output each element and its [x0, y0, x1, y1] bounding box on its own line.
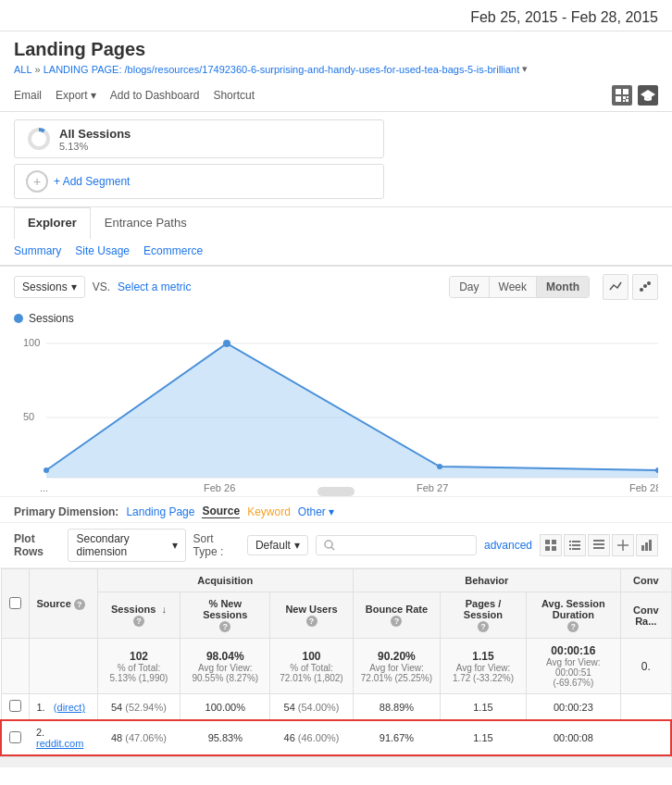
totals-row: 102 % of Total: 5.13% (1,990) 98.04% Avg…	[1, 639, 671, 694]
svg-rect-39	[593, 540, 604, 542]
metric-dropdown[interactable]: Sessions ▾	[14, 276, 85, 298]
page-title: Landing Pages	[14, 39, 658, 60]
all-sessions-segment[interactable]: All Sessions 5.13%	[14, 119, 384, 158]
new-users-help[interactable]: ?	[306, 616, 317, 627]
sort-type-dropdown[interactable]: Default ▾	[247, 535, 308, 555]
svg-rect-3	[623, 96, 626, 99]
search-input[interactable]	[339, 539, 468, 552]
bounce-rate-col-header[interactable]: Bounce Rate ?	[353, 592, 441, 639]
table-controls: Plot Rows Secondary dimension ▾ Sort Typ…	[0, 522, 672, 568]
qr-code-icon[interactable]	[612, 85, 632, 106]
totals-checkbox-cell	[1, 639, 29, 694]
data-table: Source ? Acquisition Behavior Conv Sessi…	[0, 568, 672, 756]
scrollbar[interactable]	[0, 756, 672, 767]
svg-text:Feb 28: Feb 28	[629, 482, 658, 493]
email-button[interactable]: Email	[14, 89, 42, 102]
row2-pages: 1.15	[441, 720, 526, 755]
dim-keyword[interactable]: Keyword	[247, 505, 291, 518]
svg-rect-4	[627, 96, 628, 98]
subtab-site-usage[interactable]: Site Usage	[75, 241, 130, 261]
svg-text:Feb 26: Feb 26	[204, 482, 235, 493]
svg-rect-45	[645, 542, 648, 551]
svg-rect-30	[552, 540, 556, 544]
svg-marker-18	[46, 343, 658, 478]
conv-rate-col-header[interactable]: Conv Ra...	[621, 592, 671, 639]
graduation-cap-icon[interactable]	[638, 85, 658, 106]
tab-explorer[interactable]: Explorer	[14, 207, 91, 239]
row1-conv	[621, 694, 671, 721]
export-button[interactable]: Export ▾	[56, 89, 96, 102]
source-help-icon[interactable]: ?	[74, 599, 85, 610]
svg-rect-41	[593, 547, 604, 549]
pages-session-col-header[interactable]: Pages / Session ?	[441, 592, 526, 639]
compare-view-button[interactable]	[588, 534, 610, 556]
shortcut-button[interactable]: Shortcut	[213, 89, 255, 102]
pages-help[interactable]: ?	[478, 621, 489, 632]
line-chart-button[interactable]	[603, 274, 628, 300]
dim-other[interactable]: Other ▾	[298, 505, 334, 518]
day-button[interactable]: Day	[450, 277, 489, 297]
row2-source-link[interactable]: reddit.com	[36, 738, 83, 749]
totals-source-cell	[29, 639, 97, 694]
row2-avg-session: 00:00:08	[526, 720, 620, 755]
breadcrumb-all[interactable]: ALL	[14, 64, 32, 75]
chart-svg: 100 50 ... Feb 26 Feb 27 Feb 28	[14, 330, 658, 496]
month-button[interactable]: Month	[537, 277, 589, 297]
avg-session-col-header[interactable]: Avg. Session Duration ?	[526, 592, 620, 639]
grid-view-button[interactable]	[540, 534, 562, 556]
breadcrumb-path: LANDING PAGE: /blogs/resources/17492360-…	[44, 64, 520, 75]
svg-rect-32	[552, 546, 556, 551]
list-view-button[interactable]	[564, 534, 586, 556]
metric-label: Sessions	[22, 280, 68, 293]
totals-pages: 1.15 Avg for View: 1.72 (-33.22%)	[441, 639, 526, 694]
tab-entrance-paths[interactable]: Entrance Paths	[91, 207, 201, 237]
pct-new-col-header[interactable]: % New Sessions ?	[180, 592, 270, 639]
breadcrumb-sep: »	[35, 64, 41, 75]
breadcrumb-dropdown-arrow[interactable]: ▾	[522, 63, 528, 75]
add-segment-button[interactable]: + + Add Segment	[14, 164, 384, 199]
dim-source[interactable]: Source	[202, 505, 240, 518]
sessions-legend-label: Sessions	[29, 312, 74, 325]
pivot-view-button[interactable]	[612, 534, 634, 556]
advanced-link[interactable]: advanced	[484, 539, 532, 552]
svg-text:100: 100	[23, 337, 40, 348]
select-metric[interactable]: Select a metric	[118, 280, 191, 293]
subtab-ecommerce[interactable]: Ecommerce	[143, 241, 203, 261]
svg-line-28	[331, 547, 334, 550]
sub-tabs: Summary Site Usage Ecommerce	[14, 237, 658, 265]
chart-scroll-handle[interactable]	[317, 487, 355, 496]
totals-conv: 0.	[621, 639, 671, 694]
add-dashboard-button[interactable]: Add to Dashboard	[110, 89, 200, 102]
segments-area: All Sessions 5.13% + + Add Segment	[0, 112, 672, 207]
select-all-checkbox[interactable]	[9, 597, 21, 609]
date-range: Feb 25, 2015 - Feb 28, 2015	[470, 9, 658, 26]
chart-view-button[interactable]	[636, 534, 658, 556]
row2-checkbox[interactable]	[1, 720, 29, 755]
chart-area: Sessions 100 50 ... Feb 26 Feb 27 Feb 28	[0, 307, 672, 496]
row1-checkbox[interactable]	[1, 694, 29, 721]
pct-new-help[interactable]: ?	[219, 621, 230, 632]
svg-rect-31	[545, 546, 550, 551]
select-all-checkbox-header[interactable]	[1, 569, 29, 639]
week-button[interactable]: Week	[490, 277, 537, 297]
search-box	[316, 535, 477, 555]
chart-type-buttons	[603, 274, 658, 300]
sessions-help[interactable]: ?	[133, 616, 144, 627]
bounce-help[interactable]: ?	[391, 616, 402, 627]
subtab-summary[interactable]: Summary	[14, 241, 61, 261]
sessions-col-header[interactable]: Sessions ↓ ?	[97, 592, 180, 639]
top-bar: Feb 25, 2015 - Feb 28, 2015	[0, 0, 672, 31]
dim-landing-page[interactable]: Landing Page	[126, 505, 194, 518]
row1-source-link[interactable]: (direct)	[54, 702, 85, 713]
svg-text:Feb 27: Feb 27	[417, 482, 448, 493]
primary-dim-label: Primary Dimension:	[14, 505, 118, 518]
new-users-col-header[interactable]: New Users ?	[270, 592, 353, 639]
avg-session-help[interactable]: ?	[567, 621, 579, 632]
scatter-chart-button[interactable]	[632, 274, 658, 300]
primary-dimension: Primary Dimension: Landing Page Source K…	[0, 496, 672, 522]
secondary-dim-dropdown[interactable]: Secondary dimension ▾	[68, 529, 185, 562]
plot-rows-button[interactable]: Plot Rows	[14, 532, 60, 558]
svg-rect-34	[572, 544, 580, 546]
source-header: Source ?	[29, 569, 97, 639]
svg-rect-38	[569, 548, 571, 550]
